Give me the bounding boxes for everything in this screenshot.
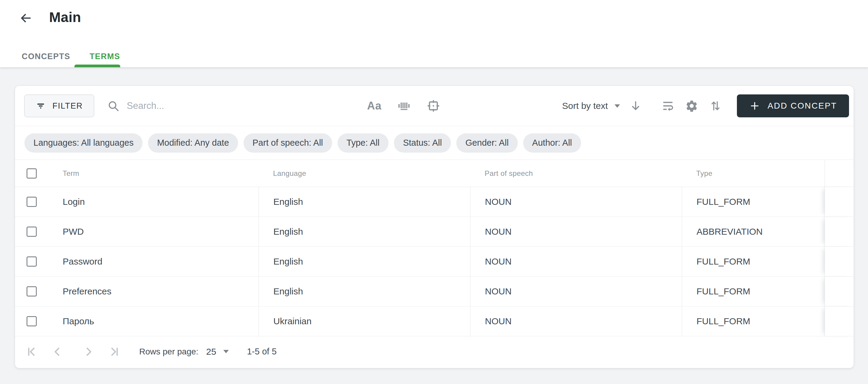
- table-header: Term Language Part of speech Type: [15, 160, 854, 187]
- table-row[interactable]: Password English NOUN FULL_FORM: [15, 247, 854, 276]
- wrap-text-button[interactable]: [661, 99, 675, 113]
- cell-part-of-speech: NOUN: [470, 276, 682, 306]
- row-checkbox[interactable]: [27, 316, 37, 326]
- pagination-bar: Rows per page: 25 1-5 of 5: [15, 336, 854, 367]
- chip-modified[interactable]: Modified: Any date: [148, 133, 238, 153]
- filter-button-label: FILTER: [53, 101, 83, 111]
- swap-vert-icon: [709, 99, 722, 113]
- chip-part-of-speech[interactable]: Part of speech: All: [244, 133, 332, 153]
- cell-language: English: [258, 247, 470, 276]
- row-checkbox[interactable]: [27, 227, 37, 237]
- rows-per-page-label: Rows per page:: [139, 347, 198, 357]
- search-icon: [107, 99, 120, 112]
- cell-language: English: [258, 217, 470, 246]
- chip-status[interactable]: Status: All: [394, 133, 451, 153]
- chip-author[interactable]: Author: All: [523, 133, 581, 153]
- tab-bar: CONCEPTS TERMS: [22, 52, 120, 61]
- tab-concepts[interactable]: CONCEPTS: [22, 52, 70, 61]
- search-box: [107, 99, 338, 112]
- cell-type: FULL_FORM: [682, 187, 825, 216]
- cell-term: Password: [48, 247, 258, 276]
- tab-terms[interactable]: TERMS: [90, 52, 120, 61]
- last-page-icon: [107, 345, 121, 359]
- cell-type: FULL_FORM: [682, 276, 825, 306]
- match-case-button[interactable]: Aa: [367, 99, 381, 112]
- sort-direction-button[interactable]: [629, 99, 642, 113]
- terms-card: FILTER Aa: [15, 86, 854, 368]
- content-area: FILTER Aa: [0, 67, 868, 384]
- page-header: Main CONCEPTS TERMS: [0, 0, 868, 67]
- column-header-type: Type: [682, 160, 825, 187]
- row-trailing-cell: [825, 247, 854, 276]
- arrow-left-icon: [19, 11, 33, 27]
- table-row[interactable]: PWD English NOUN ABBREVIATION: [15, 217, 854, 247]
- filter-chip-row: Languages: All languages Modified: Any d…: [15, 126, 854, 160]
- last-page-button[interactable]: [107, 345, 122, 359]
- cell-type: ABBREVIATION: [682, 217, 825, 246]
- pagination-range: 1-5 of 5: [247, 347, 276, 357]
- cell-part-of-speech: NOUN: [470, 247, 682, 276]
- next-page-button[interactable]: [82, 345, 96, 359]
- row-trailing-cell: [825, 187, 854, 216]
- cell-language: English: [258, 276, 470, 306]
- select-all-checkbox[interactable]: [27, 168, 37, 179]
- sort-caret-icon[interactable]: [615, 105, 620, 108]
- cell-language: English: [258, 187, 470, 216]
- cell-part-of-speech: NOUN: [470, 187, 682, 216]
- filter-lines-icon: [36, 101, 46, 111]
- row-trailing-cell: [825, 276, 854, 306]
- scan-frame-button[interactable]: [426, 99, 441, 113]
- chip-gender[interactable]: Gender: All: [456, 133, 518, 153]
- row-trailing-cell: [825, 306, 854, 336]
- gear-icon: [685, 99, 698, 113]
- scan-frame-icon: [426, 99, 441, 113]
- back-button[interactable]: [18, 10, 34, 27]
- table-header-trailing-cell: [825, 160, 854, 187]
- cell-term: PWD: [48, 217, 258, 246]
- search-input[interactable]: [127, 100, 338, 111]
- row-checkbox[interactable]: [27, 286, 37, 297]
- table-row[interactable]: Пароль Ukrainian NOUN FULL_FORM: [15, 306, 854, 336]
- barcode-icon: [397, 99, 411, 113]
- cell-language: Ukrainian: [258, 306, 470, 336]
- row-trailing-cell: [825, 217, 854, 246]
- sort-by-select[interactable]: Sort by text: [562, 101, 608, 111]
- filter-button[interactable]: FILTER: [24, 94, 94, 117]
- row-checkbox[interactable]: [27, 257, 37, 267]
- add-concept-button[interactable]: ADD CONCEPT: [737, 94, 849, 117]
- cell-term: Login: [48, 187, 258, 216]
- chip-languages[interactable]: Languages: All languages: [24, 133, 143, 153]
- chevron-left-icon: [50, 345, 64, 359]
- column-header-term: Term: [48, 160, 258, 187]
- column-header-language: Language: [258, 160, 470, 187]
- wrap-text-icon: [661, 99, 675, 113]
- column-header-part-of-speech: Part of speech: [470, 160, 682, 187]
- chip-type[interactable]: Type: All: [338, 133, 389, 153]
- rows-per-page-caret-icon[interactable]: [223, 350, 229, 353]
- rows-per-page-select[interactable]: 25: [206, 347, 216, 357]
- match-case-icon: Aa: [367, 99, 381, 112]
- settings-button[interactable]: [685, 99, 698, 113]
- cell-part-of-speech: NOUN: [470, 306, 682, 336]
- add-concept-label: ADD CONCEPT: [768, 101, 837, 111]
- first-page-button[interactable]: [24, 345, 38, 359]
- chevron-right-icon: [82, 345, 96, 359]
- cell-term: Preferences: [48, 276, 258, 306]
- barcode-search-button[interactable]: [397, 99, 411, 113]
- cell-term: Пароль: [48, 306, 258, 336]
- cell-type: FULL_FORM: [682, 306, 825, 336]
- active-tab-indicator: [74, 64, 120, 67]
- toolbar: FILTER Aa: [15, 86, 854, 126]
- cell-part-of-speech: NOUN: [470, 217, 682, 246]
- plus-icon: [749, 100, 761, 112]
- row-checkbox[interactable]: [27, 197, 37, 207]
- first-page-icon: [24, 345, 38, 359]
- table-row[interactable]: Preferences English NOUN FULL_FORM: [15, 276, 854, 306]
- import-export-button[interactable]: [709, 99, 722, 113]
- cell-type: FULL_FORM: [682, 247, 825, 276]
- page-title: Main: [49, 9, 81, 25]
- previous-page-button[interactable]: [50, 345, 64, 359]
- table-row[interactable]: Login English NOUN FULL_FORM: [15, 187, 854, 217]
- arrow-down-icon: [629, 99, 642, 113]
